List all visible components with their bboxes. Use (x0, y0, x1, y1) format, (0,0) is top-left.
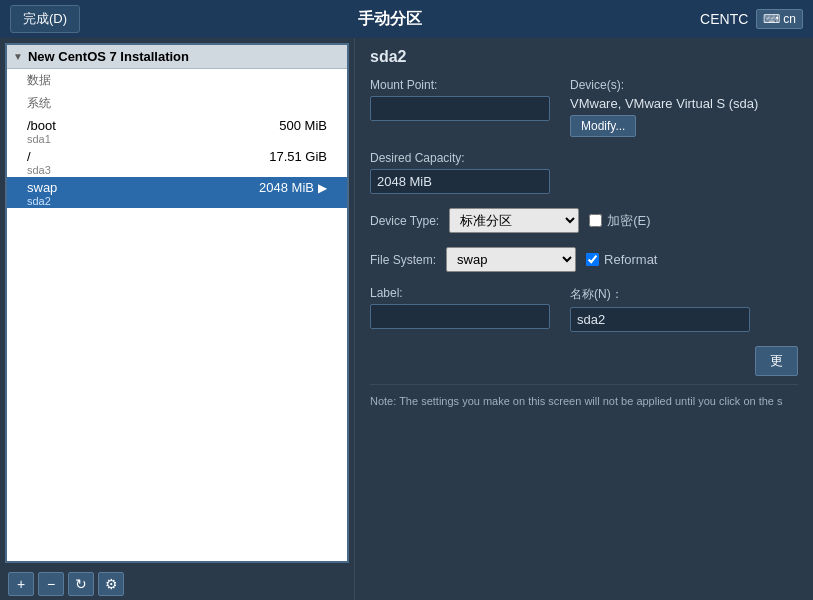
mount-point-label: Mount Point: (370, 78, 550, 92)
name-input[interactable] (570, 307, 750, 332)
partition-root-info: / sda3 (27, 149, 51, 176)
right-panel: sda2 Mount Point: Device(s): VMware, VMw… (355, 38, 813, 600)
device-type-row: Device Type: 标准分区 LVM BTRFS RAID 加密(E) (370, 208, 798, 233)
partition-boot-info: /boot sda1 (27, 118, 56, 145)
partition-swap-size: 2048 MiB (259, 180, 314, 195)
collapse-icon[interactable]: ▼ (13, 51, 23, 62)
header: 完成(D) 手动分区 CENTC ⌨ cn (0, 0, 813, 38)
reformat-label[interactable]: Reformat (586, 252, 657, 267)
label-group: Label: (370, 286, 550, 332)
reformat-checkbox[interactable] (586, 253, 599, 266)
capacity-group: Desired Capacity: (370, 151, 550, 194)
section-title: sda2 (370, 48, 798, 66)
refresh-button[interactable]: ↻ (68, 572, 94, 596)
encrypt-text: 加密(E) (607, 212, 650, 230)
capacity-label: Desired Capacity: (370, 151, 550, 165)
partition-item-boot[interactable]: /boot sda1 500 MiB (7, 115, 347, 146)
mount-point-input[interactable] (370, 96, 550, 121)
update-button[interactable]: 更 (755, 346, 798, 376)
remove-partition-button[interactable]: − (38, 572, 64, 596)
mount-point-group: Mount Point: (370, 78, 550, 137)
keyboard-button[interactable]: ⌨ cn (756, 9, 803, 29)
installation-header: ▼ New CentOS 7 Installation (7, 45, 347, 69)
left-panel: ▼ New CentOS 7 Installation 数据 系统 /boot … (0, 38, 355, 600)
main-container: ▼ New CentOS 7 Installation 数据 系统 /boot … (0, 38, 813, 600)
partition-boot-dev: sda1 (27, 133, 56, 145)
devices-label: Device(s): (570, 78, 758, 92)
centc-label: CENTC (700, 11, 748, 27)
reformat-text: Reformat (604, 252, 657, 267)
partition-boot-size: 500 MiB (279, 118, 327, 133)
device-type-label: Device Type: (370, 214, 439, 228)
header-right: CENTC ⌨ cn (700, 9, 803, 29)
page-title: 手动分区 (358, 9, 422, 30)
note-text: Note: The settings you make on this scre… (370, 384, 798, 410)
devices-group: Device(s): VMware, VMware Virtual S (sda… (570, 78, 758, 137)
installation-title: New CentOS 7 Installation (28, 49, 189, 64)
keyboard-icon: ⌨ (763, 12, 780, 26)
left-toolbar: + − ↻ ⚙ (0, 568, 354, 600)
capacity-row: Desired Capacity: (370, 151, 798, 194)
devices-value: VMware, VMware Virtual S (sda) (570, 96, 758, 111)
settings-button[interactable]: ⚙ (98, 572, 124, 596)
file-system-label: File System: (370, 253, 436, 267)
label-label: Label: (370, 286, 550, 300)
partition-item-swap[interactable]: swap sda2 2048 MiB ▶ (7, 177, 347, 208)
encrypt-label[interactable]: 加密(E) (589, 212, 650, 230)
partition-boot-name: /boot (27, 118, 56, 133)
expand-arrow-icon[interactable]: ▶ (318, 181, 327, 195)
partition-swap-name: swap (27, 180, 57, 195)
category-data: 数据 (7, 69, 347, 92)
capacity-input[interactable] (370, 169, 550, 194)
partition-root-size: 17.51 GiB (269, 149, 327, 164)
partition-root-name: / (27, 149, 51, 164)
device-type-select[interactable]: 标准分区 LVM BTRFS RAID (449, 208, 579, 233)
add-partition-button[interactable]: + (8, 572, 34, 596)
partition-swap-dev: sda2 (27, 195, 57, 207)
label-name-row: Label: 名称(N)： (370, 286, 798, 332)
name-group: 名称(N)： (570, 286, 750, 332)
file-system-row: File System: swap ext4 ext3 xfs Reformat (370, 247, 798, 272)
encrypt-checkbox[interactable] (589, 214, 602, 227)
partition-swap-info: swap sda2 (27, 180, 57, 207)
partition-item-root[interactable]: / sda3 17.51 GiB (7, 146, 347, 177)
label-input[interactable] (370, 304, 550, 329)
partition-root-dev: sda3 (27, 164, 51, 176)
header-left: 完成(D) (10, 5, 80, 33)
keyboard-lang: cn (783, 12, 796, 26)
category-system: 系统 (7, 92, 347, 115)
name-label: 名称(N)： (570, 286, 750, 303)
partition-list: ▼ New CentOS 7 Installation 数据 系统 /boot … (5, 43, 349, 563)
mount-devices-row: Mount Point: Device(s): VMware, VMware V… (370, 78, 798, 137)
done-button[interactable]: 完成(D) (10, 5, 80, 33)
modify-button[interactable]: Modify... (570, 115, 636, 137)
update-row: 更 (370, 346, 798, 376)
file-system-select[interactable]: swap ext4 ext3 xfs (446, 247, 576, 272)
